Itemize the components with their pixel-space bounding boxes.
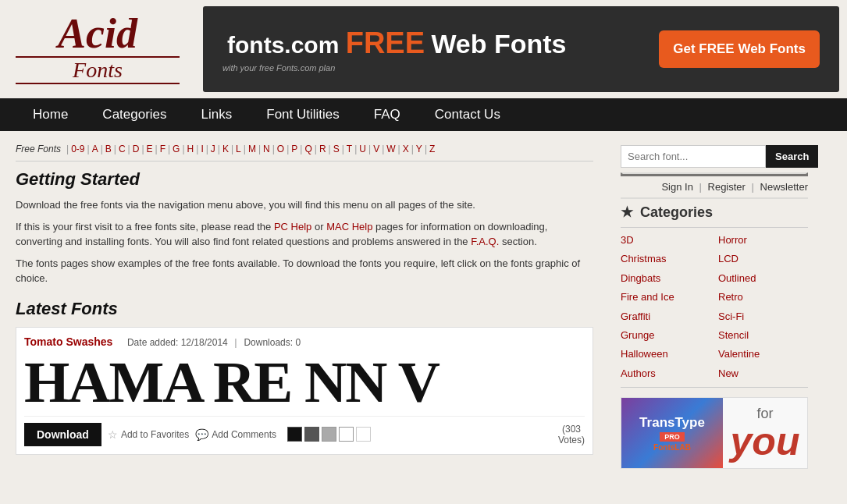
star-icon: ☆ xyxy=(108,428,118,441)
cat-christmas[interactable]: Christmas xyxy=(621,250,710,268)
cat-outlined[interactable]: Outlined xyxy=(718,269,808,287)
alpha-x[interactable]: X xyxy=(401,144,411,154)
font-name-link[interactable]: Tomato Swashes xyxy=(24,335,112,348)
cat-authors[interactable]: Authors xyxy=(621,364,710,382)
alpha-e[interactable]: E xyxy=(145,144,155,154)
alpha-c[interactable]: C xyxy=(117,144,127,154)
swatch-black[interactable] xyxy=(287,427,302,442)
font-separator: | xyxy=(234,336,237,348)
free-fonts-label: Free Fonts xyxy=(16,144,61,154)
alpha-m[interactable]: M xyxy=(247,144,258,154)
add-to-favorites-button[interactable]: ☆ Add to Favorites xyxy=(108,428,189,441)
wavy-divider-2 xyxy=(621,197,808,199)
nav-categories[interactable]: Categories xyxy=(85,98,183,131)
alpha-f[interactable]: F xyxy=(158,144,167,154)
font-date-added: Date added: 12/18/2014 xyxy=(127,337,228,348)
transtype-label: TransType xyxy=(639,415,705,431)
banner: fonts.com FREE Web Fonts with your free … xyxy=(203,6,839,92)
para2-end: section. xyxy=(499,236,536,247)
alpha-b[interactable]: B xyxy=(104,144,113,154)
ad-text: for you xyxy=(723,398,807,468)
alpha-i[interactable]: I xyxy=(199,144,205,154)
banner-get-fonts-button[interactable]: Get FREE Web Fonts xyxy=(659,30,820,68)
alpha-q[interactable]: Q xyxy=(303,144,313,154)
nav-bar: Home Categories Links Font Utilities FAQ… xyxy=(0,98,847,131)
logo-title: Acid xyxy=(58,10,137,57)
cat-sci-fi[interactable]: Sci-Fi xyxy=(718,307,808,325)
fav-label: Add to Favorites xyxy=(121,429,189,440)
cat-retro[interactable]: Retro xyxy=(718,288,808,306)
cat-new[interactable]: New xyxy=(718,364,808,382)
alpha-k[interactable]: K xyxy=(221,144,230,154)
nav-links[interactable]: Links xyxy=(184,98,250,131)
alpha-a[interactable]: A xyxy=(91,144,100,154)
nav-home[interactable]: Home xyxy=(16,98,85,131)
cat-graffiti[interactable]: Graffiti xyxy=(621,307,710,325)
ad-you-text: you xyxy=(731,422,800,461)
alpha-l[interactable]: L xyxy=(234,144,243,154)
cat-grunge[interactable]: Grunge xyxy=(621,326,710,344)
alpha-w[interactable]: W xyxy=(385,144,397,154)
auth-links: Sign In | Register | Newsletter xyxy=(621,181,808,193)
alpha-d[interactable]: D xyxy=(131,144,141,154)
getting-started-section: Getting Started Download the free fonts … xyxy=(16,169,593,286)
alpha-h[interactable]: H xyxy=(186,144,196,154)
logo: Acid Fonts xyxy=(8,12,187,86)
alpha-n[interactable]: N xyxy=(262,144,272,154)
alpha-o[interactable]: O xyxy=(276,144,286,154)
cat-lcd[interactable]: LCD xyxy=(718,250,808,268)
pc-help-link[interactable]: PC Help xyxy=(274,221,311,232)
swatch-white[interactable] xyxy=(339,427,354,442)
nav-faq[interactable]: FAQ xyxy=(357,98,418,131)
size-swatches xyxy=(287,427,371,442)
categories-title: ★ Categories xyxy=(621,204,808,221)
alpha-r[interactable]: R xyxy=(318,144,328,154)
alpha-v[interactable]: V xyxy=(372,144,381,154)
alpha-p[interactable]: P xyxy=(290,144,299,154)
cat-dingbats[interactable]: Dingbats xyxy=(621,269,710,287)
mac-help-link[interactable]: MAC Help xyxy=(326,221,372,232)
alpha-g[interactable]: G xyxy=(171,144,181,154)
alpha-u[interactable]: U xyxy=(358,144,368,154)
alpha-j[interactable]: J xyxy=(209,144,217,154)
faq-link[interactable]: F.A.Q. xyxy=(471,236,499,247)
nav-font-utilities[interactable]: Font Utilities xyxy=(249,98,357,131)
cat-halloween[interactable]: Halloween xyxy=(621,345,710,363)
cat-stencil[interactable]: Stencil xyxy=(718,326,808,344)
votes-count: (303 Votes) xyxy=(558,424,585,445)
getting-started-para3: The fonts pages show examples of the fre… xyxy=(16,256,593,286)
search-form: Search xyxy=(621,145,808,168)
banner-main-text: fonts.com FREE Web Fonts xyxy=(227,27,567,60)
alpha-09[interactable]: 0-9 xyxy=(69,144,86,154)
alpha-t[interactable]: T xyxy=(345,144,354,154)
font-entry: Tomato Swashes Date added: 12/18/2014 | … xyxy=(16,327,593,455)
nav-contact-us[interactable]: Contact Us xyxy=(418,98,518,131)
swatch-gray[interactable] xyxy=(322,427,336,442)
categories-section: ★ Categories 3D Horror Christmas LCD Din… xyxy=(621,204,808,388)
alpha-s[interactable]: S xyxy=(332,144,341,154)
alpha-z[interactable]: Z xyxy=(428,144,436,154)
add-comments-button[interactable]: 💬 Add Comments xyxy=(195,428,276,441)
search-button[interactable]: Search xyxy=(766,145,818,168)
font-downloads: Downloads: 0 xyxy=(244,337,301,348)
pro-badge: PRO xyxy=(660,432,685,442)
para2-pre: If this is your first visit to a free fo… xyxy=(16,221,274,232)
alpha-y[interactable]: Y xyxy=(415,144,424,154)
latest-fonts-section: Latest Fonts Tomato Swashes Date added: … xyxy=(16,299,593,455)
auth-sep-2: | xyxy=(752,181,754,193)
comment-icon: 💬 xyxy=(195,428,208,441)
swatch-darkgray[interactable] xyxy=(304,427,319,442)
cat-3d[interactable]: 3D xyxy=(621,231,710,249)
getting-started-para1: Download the free fonts via the navigati… xyxy=(16,197,593,213)
sidebar-ad: TransType PRO FontsLAB for you xyxy=(621,397,808,469)
cat-fire-and-ice[interactable]: Fire and Ice xyxy=(621,288,710,306)
sign-in-link[interactable]: Sign In xyxy=(661,181,692,193)
download-button[interactable]: Download xyxy=(24,423,101,446)
register-link[interactable]: Register xyxy=(708,181,746,193)
font-preview: HAMA RE NN V xyxy=(24,353,585,411)
search-input[interactable] xyxy=(621,145,766,168)
cat-valentine[interactable]: Valentine xyxy=(718,345,808,363)
newsletter-link[interactable]: Newsletter xyxy=(760,181,808,193)
swatch-white2[interactable] xyxy=(356,427,371,442)
cat-horror[interactable]: Horror xyxy=(718,231,808,249)
